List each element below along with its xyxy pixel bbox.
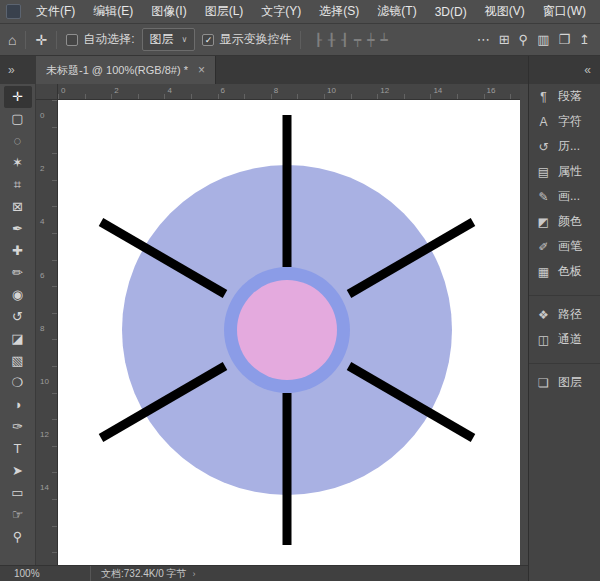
align-left-icon[interactable]: ┠ — [314, 34, 321, 46]
ruler-left-label: 0 — [40, 112, 44, 120]
menu-bar: 文件(F)编辑(E)图像(I)图层(L)文字(Y)选择(S)滤镜(T)3D(D)… — [0, 0, 600, 24]
align-center-vertical-icon[interactable]: ┿ — [367, 34, 374, 46]
frame-tool[interactable]: ⊠ — [4, 196, 32, 218]
ruler-top-label: 12 — [380, 87, 389, 95]
menu-bar-items: 文件(F)编辑(E)图像(I)图层(L)文字(Y)选择(S)滤镜(T)3D(D)… — [27, 0, 595, 23]
lasso-tool[interactable]: ◌ — [4, 130, 32, 152]
crop-tool[interactable]: ⌗ — [4, 174, 32, 196]
panel-tab-label: 历... — [558, 138, 580, 155]
panel-tab-paragraph[interactable]: ¶段落 — [529, 84, 600, 109]
gradient-tool[interactable]: ▧ — [4, 350, 32, 372]
panel-tab-history[interactable]: ↺历... — [529, 134, 600, 159]
status-chevron-icon[interactable]: › — [193, 569, 196, 579]
ruler-origin-corner[interactable] — [36, 84, 58, 100]
panel-tab-character[interactable]: A字符 — [529, 109, 600, 134]
panel-tab-label: 图层 — [558, 374, 582, 391]
panel-collapse-button[interactable]: « — [529, 56, 600, 84]
toolbar-expand-button[interactable]: » — [0, 56, 36, 84]
panel-tab-brush-settings[interactable]: ✎画... — [529, 184, 600, 209]
spot-healing-brush-tool[interactable]: ✚ — [4, 240, 32, 262]
auto-select-option[interactable]: 自动选择: — [66, 31, 134, 48]
channels-panel-icon: ◫ — [536, 333, 551, 347]
panel-tab-label: 画笔 — [558, 238, 582, 255]
document-tab[interactable]: 未标题-1 @ 100%(RGB/8#) * × — [36, 56, 216, 84]
quick-selection-tool[interactable]: ✶ — [4, 152, 32, 174]
panel-tab-color[interactable]: ◩颜色 — [529, 209, 600, 234]
panel-tab-swatches[interactable]: ▦色板 — [529, 259, 600, 284]
panel-dock: « ¶段落A字符↺历...▤属性✎画...◩颜色✐画笔▦色板❖路径◫通道❏图层 — [528, 56, 600, 581]
panel-tab-properties[interactable]: ▤属性 — [529, 159, 600, 184]
menu-item[interactable]: 文件(F) — [27, 3, 84, 20]
panel-tab-brushes[interactable]: ✐画笔 — [529, 234, 600, 259]
ruler-vertical[interactable]: 02468101214 — [36, 100, 58, 565]
auto-select-label: 自动选择: — [83, 31, 134, 48]
search-icon[interactable]: ⚲ — [519, 33, 529, 46]
menu-item[interactable]: 选择(S) — [310, 3, 368, 20]
menu-item[interactable]: 窗口(W) — [534, 3, 595, 20]
share-icon[interactable]: ↥ — [579, 33, 590, 46]
panel-tab-label: 通道 — [558, 331, 582, 348]
document-tab-title: 未标题-1 @ 100%(RGB/8#) * — [46, 63, 188, 78]
type-tool[interactable]: T — [4, 438, 32, 460]
ruler-top-label: 14 — [433, 87, 442, 95]
ruler-left-label: 12 — [40, 431, 49, 439]
history-brush-tool[interactable]: ↺ — [4, 306, 32, 328]
menu-item[interactable]: 图层(L) — [196, 3, 253, 20]
paragraph-panel-icon: ¶ — [536, 90, 551, 104]
current-tool-icon[interactable]: ✛ — [35, 33, 47, 47]
document-canvas[interactable] — [58, 100, 520, 565]
menu-item[interactable]: 文字(Y) — [252, 3, 310, 20]
panel-tab-layers[interactable]: ❏图层 — [529, 370, 600, 395]
move-tool[interactable]: ✛ — [4, 86, 32, 108]
photoshop-window: 文件(F)编辑(E)图像(I)图层(L)文字(Y)选择(S)滤镜(T)3D(D)… — [0, 0, 600, 581]
brush-tool[interactable]: ✏ — [4, 262, 32, 284]
dodge-tool[interactable]: ◑ — [4, 394, 32, 416]
panel-tab-paths[interactable]: ❖路径 — [529, 302, 600, 327]
arrange-panels-icon[interactable]: ▥ — [537, 33, 549, 46]
toolbar: ✛▢◌✶⌗⊠✒✚✏◉↺◪▧❍◑✑T➤▭☞⚲ — [0, 84, 36, 565]
ruler-horizontal[interactable]: 0246810121416 — [58, 84, 520, 100]
show-transform-checkbox[interactable]: ✓ — [202, 34, 214, 46]
show-transform-option[interactable]: ✓ 显示变换控件 — [202, 31, 291, 48]
workspace-icon[interactable]: ❐ — [558, 33, 570, 46]
blur-tool[interactable]: ❍ — [4, 372, 32, 394]
ruler-top-label: 10 — [327, 87, 336, 95]
menu-item[interactable]: 编辑(E) — [84, 3, 142, 20]
ruler-left-label: 4 — [40, 218, 44, 226]
auto-select-target-dropdown[interactable]: 图层 ∨ — [142, 28, 196, 51]
align-center-horizontal-icon[interactable]: ╂ — [328, 34, 335, 46]
eraser-tool[interactable]: ◪ — [4, 328, 32, 350]
eyedropper-tool[interactable]: ✒ — [4, 218, 32, 240]
rectangular-marquee-tool[interactable]: ▢ — [4, 108, 32, 130]
tab-close-icon[interactable]: × — [198, 63, 205, 77]
panel-tab-channels[interactable]: ◫通道 — [529, 327, 600, 352]
rectangle-shape-tool[interactable]: ▭ — [4, 482, 32, 504]
align-right-icon[interactable]: ┨ — [341, 34, 348, 46]
panel-tab-label: 字符 — [558, 113, 582, 130]
pen-tool[interactable]: ✑ — [4, 416, 32, 438]
properties-panel-icon: ▤ — [536, 165, 551, 179]
ruler-top-label: 8 — [274, 87, 278, 95]
home-icon[interactable]: ⌂ — [8, 33, 16, 47]
options-right-icons: ⋯⊞⚲▥❐↥ — [477, 33, 592, 46]
path-selection-tool[interactable]: ➤ — [4, 460, 32, 482]
zoom-level[interactable]: 100% — [0, 568, 90, 579]
color-panel-icon: ◩ — [536, 215, 551, 229]
menu-item[interactable]: 3D(D) — [426, 5, 476, 19]
hand-tool[interactable]: ☞ — [4, 504, 32, 526]
auto-select-checkbox[interactable] — [66, 34, 78, 46]
menu-item[interactable]: 滤镜(T) — [368, 3, 425, 20]
app-icon — [6, 4, 21, 19]
menu-item[interactable]: 图像(I) — [142, 3, 195, 20]
panel-group-separator — [529, 287, 600, 296]
chevron-down-icon: ∨ — [182, 35, 188, 44]
zoom-tool[interactable]: ⚲ — [4, 526, 32, 548]
distribute-icon[interactable]: ⋯ — [477, 33, 490, 46]
menu-item[interactable]: 视图(V) — [476, 3, 534, 20]
clone-stamp-tool[interactable]: ◉ — [4, 284, 32, 306]
separator — [25, 31, 26, 49]
3d-mode-icon[interactable]: ⊞ — [499, 33, 510, 46]
align-bottom-icon[interactable]: ┷ — [381, 34, 388, 46]
panel-tab-label: 段落 — [558, 88, 582, 105]
align-top-icon[interactable]: ┯ — [354, 34, 361, 46]
